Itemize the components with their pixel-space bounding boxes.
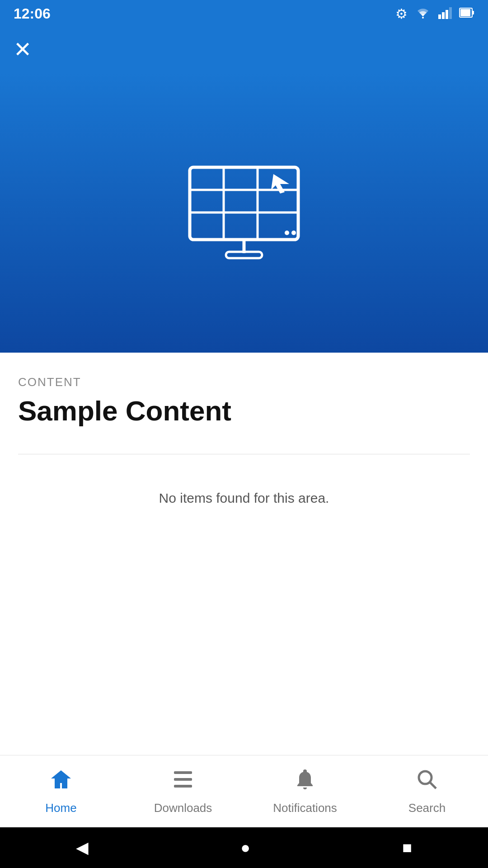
back-button[interactable]: ◀ [76, 838, 89, 857]
svg-rect-4 [449, 7, 452, 19]
divider [18, 454, 470, 454]
svg-rect-7 [472, 11, 474, 14]
nav-label-notifications: Notifications [273, 801, 337, 815]
svg-point-16 [285, 231, 289, 235]
svg-point-0 [422, 17, 424, 19]
nav-label-home: Home [45, 801, 76, 815]
battery-icon [459, 8, 474, 19]
nav-label-search: Search [408, 801, 446, 815]
content-area: CONTENT Sample Content No items found fo… [0, 353, 488, 755]
recents-button[interactable]: ■ [402, 838, 412, 857]
downloads-icon [171, 768, 195, 797]
status-time: 12:06 [14, 5, 51, 22]
svg-rect-2 [442, 12, 445, 19]
wifi-icon [415, 6, 431, 21]
status-bar: 12:06 ⚙ [0, 0, 488, 27]
notifications-icon [293, 768, 317, 797]
search-icon [415, 768, 439, 797]
home-button[interactable]: ● [240, 838, 250, 857]
svg-rect-8 [190, 167, 298, 240]
home-icon [49, 768, 73, 797]
nav-item-home[interactable]: Home [0, 755, 122, 827]
svg-rect-19 [174, 778, 192, 781]
status-icons: ⚙ [395, 6, 474, 22]
svg-rect-3 [446, 10, 448, 19]
svg-rect-1 [438, 14, 441, 19]
nav-item-downloads[interactable]: Downloads [122, 755, 244, 827]
svg-rect-6 [460, 9, 470, 16]
svg-rect-18 [174, 771, 192, 774]
svg-line-22 [430, 782, 436, 788]
bottom-nav: Home Downloads Notifications [0, 755, 488, 827]
top-bar: ✕ [0, 27, 488, 72]
nav-item-notifications[interactable]: Notifications [244, 755, 366, 827]
nav-label-downloads: Downloads [154, 801, 212, 815]
content-section-label: CONTENT [18, 375, 470, 389]
svg-rect-20 [174, 785, 192, 788]
gear-icon: ⚙ [395, 6, 408, 22]
svg-point-21 [419, 771, 432, 784]
svg-point-17 [291, 231, 296, 235]
nav-item-search[interactable]: Search [366, 755, 488, 827]
hero-banner [0, 72, 488, 353]
system-nav: ◀ ● ■ [0, 827, 488, 868]
close-button[interactable]: ✕ [14, 39, 32, 61]
content-title: Sample Content [18, 395, 470, 427]
svg-rect-15 [226, 252, 262, 258]
signal-icon [438, 6, 452, 21]
monitor-icon [185, 163, 303, 262]
empty-message: No items found for this area. [18, 491, 470, 506]
